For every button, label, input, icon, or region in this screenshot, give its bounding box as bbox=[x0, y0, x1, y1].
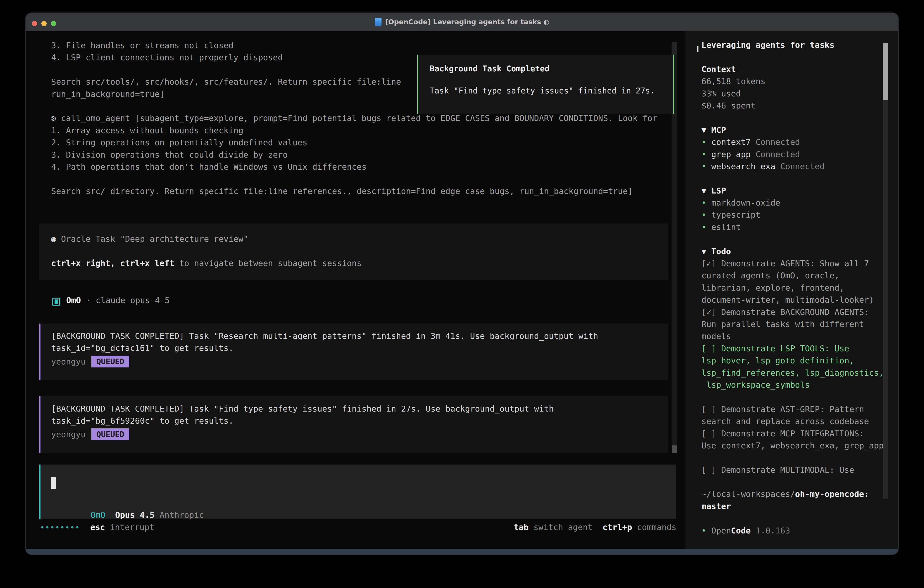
text-line bbox=[701, 453, 883, 465]
text-line: ~/local-workspaces/oh-my-opencode: bbox=[701, 489, 883, 501]
text-line: [ ] Demonstrate AST-GREP: Pattern bbox=[701, 405, 883, 416]
status-badge: QUEUED bbox=[91, 356, 129, 367]
oracle-task-panel: ◉ Oracle Task "Deep architecture review"… bbox=[39, 223, 668, 280]
text-line: Use context7, websearch_exa, grep_app bbox=[701, 441, 883, 453]
text-run: ▼ Todo bbox=[701, 247, 731, 256]
text-run: lsp_workspace_symbols bbox=[701, 380, 810, 390]
document-icon bbox=[375, 18, 381, 26]
spinner-dot bbox=[56, 526, 58, 529]
text-run: typescript bbox=[711, 210, 761, 220]
text-line: 33% used bbox=[701, 89, 883, 101]
text-run: Search src/tools/, src/hooks/, src/featu… bbox=[51, 77, 401, 86]
model-agent-label: OmO bbox=[91, 510, 105, 520]
text-run: 33% used bbox=[701, 89, 741, 98]
background-task-text: [BACKGROUND TASK COMPLETED] Task "Find t… bbox=[51, 404, 668, 428]
text-line bbox=[701, 235, 883, 246]
background-task-message: [BACKGROUND TASK COMPLETED] Task "Resear… bbox=[39, 324, 668, 380]
sidebar-scrollbar-thumb[interactable] bbox=[883, 43, 888, 100]
text-line: models bbox=[701, 332, 883, 344]
prompt-input[interactable]: OmOOpus 4.5Anthropic bbox=[39, 464, 676, 519]
text-run: • bbox=[701, 162, 711, 171]
text-line: lsp_hover, lsp_goto_definition, bbox=[701, 356, 883, 368]
text-line[interactable]: ▼ Todo bbox=[701, 247, 883, 259]
text-run: • bbox=[701, 150, 711, 159]
text-line: Leveraging agents for tasks bbox=[701, 40, 883, 52]
text-line: $0.46 spent bbox=[701, 101, 883, 113]
text-line: 4. Path operations that don't handle Win… bbox=[51, 162, 674, 174]
text-run: 1.0.163 bbox=[751, 526, 790, 535]
text-run: [✓] Demonstrate BACKGROUND AGENTS: bbox=[701, 307, 869, 317]
text-line: • websearch_exa Connected bbox=[701, 162, 883, 174]
minimize-button[interactable] bbox=[41, 21, 46, 26]
text-run: Leveraging agents for tasks bbox=[701, 40, 835, 50]
text-line: • typescript bbox=[701, 210, 883, 222]
text-run: [ ] Demonstrate MCP INTEGRATIONS: bbox=[701, 429, 864, 438]
text-run: lsp_hover, lsp_goto_definition, bbox=[701, 356, 854, 365]
text-run: markdown-oxide bbox=[711, 198, 780, 207]
text-run: librarian, explore, frontend, bbox=[701, 283, 845, 292]
status-badge: QUEUED bbox=[91, 428, 129, 440]
text-line: [ ] Demonstrate MCP INTEGRATIONS: bbox=[701, 429, 883, 441]
text-run: 1. Array access without bounds checking bbox=[51, 126, 243, 135]
toast-notification: Background Task Completed Task "Find typ… bbox=[417, 55, 674, 114]
scroll-position-indicator bbox=[696, 46, 698, 52]
text-run: [BACKGROUND TASK COMPLETED] Task "Find t… bbox=[51, 404, 554, 413]
text-line bbox=[701, 113, 883, 125]
text-run: run_in_background=true] bbox=[51, 89, 165, 99]
spinner-dot bbox=[41, 526, 43, 529]
task-author: yeongyu bbox=[51, 357, 86, 366]
text-line bbox=[51, 246, 668, 258]
text-line: • eslint bbox=[701, 222, 883, 235]
text-run: Open bbox=[711, 526, 731, 535]
sidebar-content: Leveraging agents for tasks Context66,51… bbox=[701, 40, 883, 538]
text-line bbox=[701, 392, 883, 404]
text-run: websearch_exa bbox=[711, 162, 775, 171]
text-line: • context7 Connected bbox=[701, 137, 883, 149]
text-run: ▼ MCP bbox=[701, 125, 726, 135]
background-task-text: [BACKGROUND TASK COMPLETED] Task "Resear… bbox=[51, 331, 668, 356]
main-scrollbar-thumb[interactable] bbox=[672, 446, 676, 453]
text-run: 4. Path operations that don't handle Win… bbox=[51, 162, 366, 172]
sidebar: Leveraging agents for tasks Context66,51… bbox=[685, 31, 898, 549]
main-scrollbar-segment[interactable] bbox=[672, 42, 676, 55]
text-line: search and replace across codebase bbox=[701, 416, 883, 429]
text-run: • bbox=[701, 526, 711, 535]
text-line: [ ] Demonstrate LSP TOOLS: Use bbox=[701, 344, 883, 356]
text-run: • bbox=[701, 222, 711, 232]
text-run: Connected bbox=[751, 150, 800, 159]
text-run: Code bbox=[731, 526, 751, 535]
text-line: 3. Division operations that could divide… bbox=[51, 150, 674, 162]
main-scrollbar-track[interactable] bbox=[672, 55, 676, 453]
agent-icon bbox=[52, 297, 60, 306]
text-run: Use context7, websearch_exa, grep_app bbox=[701, 441, 884, 450]
text-line: [BACKGROUND TASK COMPLETED] Task "Find t… bbox=[51, 404, 668, 416]
spinner-dot bbox=[61, 526, 63, 529]
text-line: 1. Array access without bounds checking bbox=[51, 126, 674, 138]
text-line: • markdown-oxide bbox=[701, 198, 883, 210]
commands-key-label: commands bbox=[632, 522, 676, 532]
text-run: [ ] Demonstrate MULTIMODAL: Use bbox=[701, 465, 854, 474]
text-run: ▼ LSP bbox=[701, 186, 726, 195]
text-line: lsp_workspace_symbols bbox=[701, 380, 883, 392]
text-run: call_omo_agent [subagent_type=explore, p… bbox=[61, 114, 657, 123]
text-line[interactable]: ▼ LSP bbox=[701, 186, 883, 198]
status-bar: esc interrupt tab switch agent ctrl+p co… bbox=[41, 522, 676, 532]
text-run: $0.46 spent bbox=[701, 101, 756, 110]
text-line[interactable]: ▼ MCP bbox=[701, 125, 883, 137]
text-line: OmO · claude-opus-4-5 bbox=[66, 296, 170, 308]
text-line bbox=[701, 514, 883, 526]
text-line: Context bbox=[701, 64, 883, 77]
window-titlebar[interactable]: [OpenCode] Leveraging agents for tasks ◐ bbox=[26, 13, 898, 31]
text-line: ctrl+x right, ctrl+x left to navigate be… bbox=[51, 259, 668, 271]
text-run: ⚙ bbox=[51, 114, 61, 123]
close-button[interactable] bbox=[32, 21, 37, 26]
text-line: document-writer, multimodal-looker) bbox=[701, 295, 883, 307]
zoom-button[interactable] bbox=[51, 21, 56, 26]
tab-key-label: switch agent bbox=[529, 522, 602, 532]
text-run: Search src/ directory. Return specific f… bbox=[51, 187, 633, 196]
agent-icon-fill bbox=[54, 299, 58, 304]
agent-session-label: OmO · claude-opus-4-5 bbox=[66, 296, 170, 308]
text-run: [✓] Demonstrate AGENTS: Show all 7 bbox=[701, 259, 869, 268]
sidebar-scrollbar-track[interactable] bbox=[883, 100, 888, 499]
text-run: search and replace across codebase bbox=[701, 416, 869, 426]
